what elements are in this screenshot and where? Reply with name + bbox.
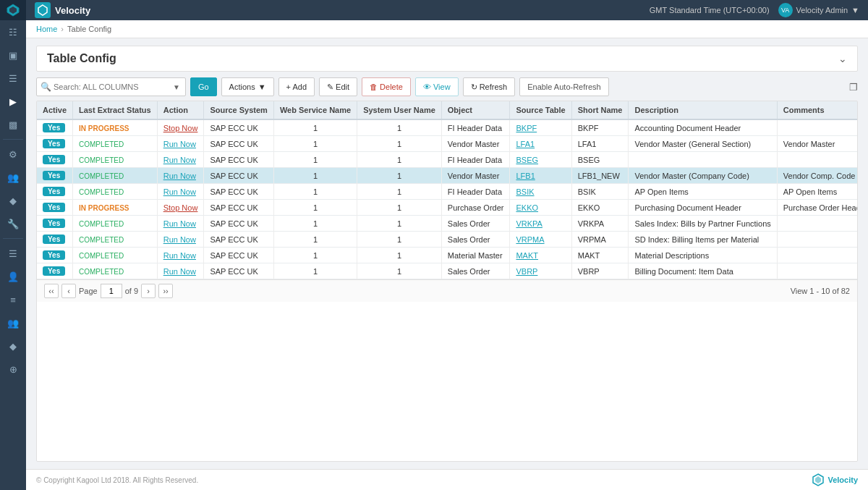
- first-page-button[interactable]: ‹‹: [44, 284, 59, 298]
- cell-action[interactable]: Run Now: [157, 248, 204, 263]
- cell-object: FI Header Data: [441, 184, 510, 200]
- cell-description: Material Descriptions: [629, 248, 777, 263]
- col-object: Object: [441, 101, 510, 119]
- sidebar-item-wrench[interactable]: 🔧: [0, 212, 26, 235]
- table-row[interactable]: Yes COMPLETED Run Now SAP ECC UK 1 1 Ven…: [37, 136, 858, 152]
- cell-action[interactable]: Run Now: [157, 263, 204, 279]
- cell-source-table[interactable]: EKKO: [510, 200, 571, 216]
- sidebar-item-play[interactable]: ▶: [0, 90, 26, 113]
- pagination-left: ‹‹ ‹ Page of 9 › ››: [44, 284, 173, 298]
- table-row[interactable]: Yes COMPLETED Run Now SAP ECC UK 1 1 FI …: [37, 152, 858, 168]
- cell-short-name: VRPMA: [571, 232, 629, 248]
- cell-description: [629, 152, 777, 168]
- add-button[interactable]: + Add: [278, 77, 315, 96]
- cell-active: Yes: [37, 248, 73, 263]
- cell-source-table[interactable]: VBRP: [510, 263, 571, 279]
- cell-system-user: 1: [357, 168, 442, 184]
- table-row[interactable]: Yes COMPLETED Run Now SAP ECC UK 1 1 Sal…: [37, 232, 858, 248]
- delete-button[interactable]: 🗑 Delete: [362, 77, 411, 96]
- cell-system-user: 1: [357, 136, 442, 152]
- cell-active: Yes: [37, 168, 73, 184]
- cell-source-table[interactable]: LFA1: [510, 136, 571, 152]
- col-action: Action: [157, 101, 204, 119]
- table-row[interactable]: Yes IN PROGRESS Stop Now SAP ECC UK 1 1 …: [37, 119, 858, 136]
- cell-web-service: 1: [273, 119, 357, 136]
- cell-system-user: 1: [357, 216, 442, 232]
- prev-page-button[interactable]: ‹: [61, 284, 76, 298]
- table-row[interactable]: Yes COMPLETED Run Now SAP ECC UK 1 1 Mat…: [37, 248, 858, 263]
- table-row[interactable]: Yes COMPLETED Run Now SAP ECC UK 1 1 Sal…: [37, 263, 858, 279]
- cell-action[interactable]: Stop Now: [157, 119, 204, 136]
- table-row[interactable]: Yes COMPLETED Run Now SAP ECC UK 1 1 FI …: [37, 184, 858, 200]
- actions-chevron-icon: ▼: [258, 83, 266, 91]
- table-row[interactable]: Yes COMPLETED Run Now SAP ECC UK 1 1 Sal…: [37, 216, 858, 232]
- sidebar-item-chart[interactable]: ▩: [0, 113, 26, 136]
- cell-status: COMPLETED: [73, 152, 158, 168]
- sidebar-item-list[interactable]: ☰: [0, 67, 26, 90]
- refresh-button[interactable]: ↻ Refresh: [463, 77, 516, 96]
- search-icon: 🔍: [41, 82, 51, 92]
- actions-button[interactable]: Actions ▼: [221, 77, 274, 96]
- sidebar-item-blocks[interactable]: ▣: [0, 43, 26, 67]
- cell-action[interactable]: Run Now: [157, 184, 204, 200]
- sidebar-item-lines[interactable]: ≡: [0, 288, 26, 311]
- cell-description: Sales Index: Bills by Partner Functions: [629, 216, 777, 232]
- cell-source-table[interactable]: LFB1: [510, 168, 571, 184]
- cell-action[interactable]: Run Now: [157, 168, 204, 184]
- page-area: Table Config ⌄ 🔍 ▼ Go Actions ▼ + Add ✎ …: [26, 38, 868, 469]
- cell-action[interactable]: Stop Now: [157, 200, 204, 216]
- cell-source-table[interactable]: BSIK: [510, 184, 571, 200]
- cell-source-table[interactable]: BSEG: [510, 152, 571, 168]
- sidebar-item-menu[interactable]: ☰: [0, 242, 26, 265]
- sidebar-item-diamond[interactable]: ◆: [0, 189, 26, 212]
- cell-source-table[interactable]: MAKT: [510, 248, 571, 263]
- page-input[interactable]: [101, 284, 122, 298]
- cell-action[interactable]: Run Now: [157, 152, 204, 168]
- table-row[interactable]: Yes IN PROGRESS Stop Now SAP ECC UK 1 1 …: [37, 200, 858, 216]
- fullscreen-button[interactable]: ❐: [849, 82, 858, 93]
- sidebar-item-person[interactable]: 👤: [0, 265, 26, 288]
- cell-status: IN PROGRESS: [73, 119, 158, 136]
- sidebar-item-network[interactable]: ◆: [0, 334, 26, 358]
- cell-source-table[interactable]: BKPF: [510, 119, 571, 136]
- go-button[interactable]: Go: [190, 77, 217, 96]
- expand-icon[interactable]: ⌄: [838, 53, 847, 64]
- cell-source-system: SAP ECC UK: [204, 232, 273, 248]
- cell-source-table[interactable]: VRKPA: [510, 216, 571, 232]
- search-input[interactable]: [54, 83, 169, 91]
- main-content: Velocity GMT Standard Time (UTC+00:00) V…: [26, 0, 868, 490]
- user-chevron-icon: ▼: [851, 6, 859, 14]
- cell-system-user: 1: [357, 248, 442, 263]
- sidebar-item-settings[interactable]: ⚙: [0, 143, 26, 166]
- sidebar-item-group[interactable]: 👥: [0, 311, 26, 334]
- table-row[interactable]: Yes COMPLETED Run Now SAP ECC UK 1 1 Ven…: [37, 168, 858, 184]
- cell-active: Yes: [37, 119, 73, 136]
- toolbar-right: ❐: [849, 82, 858, 93]
- search-dropdown-button[interactable]: ▼: [171, 83, 182, 91]
- cell-status: IN PROGRESS: [73, 200, 158, 216]
- sidebar-item-plus[interactable]: ⊕: [0, 358, 26, 381]
- cell-action[interactable]: Run Now: [157, 232, 204, 248]
- svg-marker-4: [815, 476, 821, 483]
- sidebar-item-users[interactable]: 👥: [0, 166, 26, 189]
- last-page-button[interactable]: ››: [158, 284, 173, 298]
- cell-source-table[interactable]: VRPMA: [510, 232, 571, 248]
- cell-description: Billing Document: Item Data: [629, 263, 777, 279]
- view-info: View 1 - 10 of 82: [791, 287, 850, 295]
- cell-status: COMPLETED: [73, 136, 158, 152]
- cell-action[interactable]: Run Now: [157, 136, 204, 152]
- toolbar: 🔍 ▼ Go Actions ▼ + Add ✎ Edit 🗑 Delete 👁…: [36, 77, 858, 96]
- next-page-button[interactable]: ›: [141, 284, 156, 298]
- user-menu[interactable]: VA Velocity Admin ▼: [778, 3, 859, 17]
- autorefresh-button[interactable]: Enable Auto-Refresh: [519, 77, 609, 96]
- cell-description: SD Index: Billing Items per Material: [629, 232, 777, 248]
- view-button[interactable]: 👁 View: [415, 77, 459, 96]
- col-system-user: System User Name: [357, 101, 442, 119]
- breadcrumb-home[interactable]: Home: [36, 25, 57, 33]
- cell-action[interactable]: Run Now: [157, 216, 204, 232]
- actions-label: Actions: [229, 83, 255, 91]
- cell-source-system: SAP ECC UK: [204, 136, 273, 152]
- cell-system-user: 1: [357, 200, 442, 216]
- edit-button[interactable]: ✎ Edit: [319, 77, 357, 96]
- sidebar-item-grid[interactable]: ☷: [0, 20, 26, 43]
